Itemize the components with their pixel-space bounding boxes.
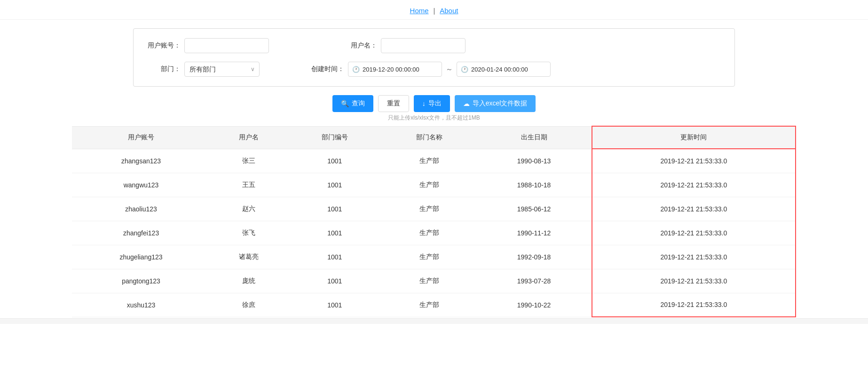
cell-dept_name: 生产部: [382, 269, 476, 293]
cell-account: zhugeliang123: [72, 245, 210, 269]
query-button[interactable]: 🔍 查询: [332, 95, 373, 112]
cell-birth_date: 1990-11-12: [477, 221, 592, 245]
cell-account: zhangfei123: [72, 221, 210, 245]
cell-birth_date: 1992-09-18: [477, 245, 592, 269]
username-input[interactable]: [381, 38, 466, 53]
date-start-wrap: 🕐: [348, 62, 442, 77]
cell-birth_date: 1993-07-28: [477, 269, 592, 293]
cell-username: 张三: [210, 149, 287, 173]
search-row-account: 用户账号： 用户名：: [148, 38, 720, 53]
account-input[interactable]: [184, 38, 269, 53]
cell-username: 王五: [210, 173, 287, 197]
nav-separator: |: [433, 7, 435, 15]
cell-account: zhangsan123: [72, 149, 210, 173]
cell-account: xushu123: [72, 293, 210, 317]
cell-dept_code: 1001: [287, 173, 382, 197]
import-button[interactable]: ☁ 导入excel文件数据: [455, 95, 536, 112]
cell-birth_date: 1988-10-18: [477, 173, 592, 197]
username-label: 用户名：: [344, 41, 377, 50]
nav-bar: Home | About: [0, 0, 868, 20]
table-row: zhangsan123张三1001生产部1990-08-132019-12-21…: [72, 149, 796, 173]
import-label: 导入excel文件数据: [473, 99, 528, 108]
col-header-update-time: 更新时间: [592, 126, 796, 149]
cell-dept_name: 生产部: [382, 221, 476, 245]
search-panel: 用户账号： 用户名： 部门： 所有部门 生产部 销售部 财务部 人事部 创建时间…: [133, 28, 735, 87]
date-end-input[interactable]: [471, 66, 537, 73]
table-body: zhangsan123张三1001生产部1990-08-132019-12-21…: [72, 149, 796, 317]
cell-update_time: 2019-12-21 21:53:33.0: [592, 173, 796, 197]
reset-label: 重置: [387, 99, 400, 108]
cell-username: 徐庶: [210, 293, 287, 317]
date-range: 🕐 ～ 🕐: [348, 62, 551, 77]
cell-birth_date: 1985-06-12: [477, 197, 592, 221]
about-link[interactable]: About: [440, 7, 458, 15]
cell-dept_code: 1001: [287, 245, 382, 269]
cell-update_time: 2019-12-21 21:53:33.0: [592, 293, 796, 317]
department-select[interactable]: 所有部门 生产部 销售部 财务部 人事部: [184, 62, 260, 77]
col-header-birth-date: 出生日期: [477, 126, 592, 149]
cell-account: wangwu123: [72, 173, 210, 197]
date-start-input[interactable]: [363, 66, 428, 73]
date-end-wrap: 🕐: [457, 62, 551, 77]
cell-dept_code: 1001: [287, 197, 382, 221]
table-row: zhangfei123张飞1001生产部1990-11-122019-12-21…: [72, 221, 796, 245]
date-tilde: ～: [445, 65, 454, 74]
toolbar: 🔍 查询 重置 ↓ 导出 ☁ 导入excel文件数据: [0, 95, 868, 112]
create-time-label: 创建时间：: [307, 65, 344, 73]
query-label: 查询: [352, 99, 365, 108]
department-select-wrap: 所有部门 生产部 销售部 财务部 人事部: [184, 62, 260, 77]
department-label: 部门：: [148, 65, 181, 73]
cell-dept_name: 生产部: [382, 173, 476, 197]
export-label: 导出: [428, 99, 442, 108]
search-row-dept: 部门： 所有部门 生产部 销售部 财务部 人事部 创建时间： 🕐 ～ 🕐: [148, 62, 720, 77]
reset-button[interactable]: 重置: [378, 95, 409, 112]
cell-dept_name: 生产部: [382, 197, 476, 221]
cell-birth_date: 1990-08-13: [477, 149, 592, 173]
table-row: zhugeliang123诸葛亮1001生产部1992-09-182019-12…: [72, 245, 796, 269]
upload-hint: 只能上传xls/xlsx文件，且不超过1MB: [0, 114, 868, 122]
cell-update_time: 2019-12-21 21:53:33.0: [592, 245, 796, 269]
cell-update_time: 2019-12-21 21:53:33.0: [592, 269, 796, 293]
cell-dept_name: 生产部: [382, 293, 476, 317]
clock-icon-start: 🕐: [352, 66, 360, 73]
table-row: xushu123徐庶1001生产部1990-10-222019-12-21 21…: [72, 293, 796, 317]
data-table: 用户账号 用户名 部门编号 部门名称 出生日期 更新时间 zhangsan123…: [72, 126, 796, 317]
col-header-dept-name: 部门名称: [382, 126, 476, 149]
cell-dept_code: 1001: [287, 221, 382, 245]
bottom-scrollbar[interactable]: [0, 318, 868, 324]
col-header-account: 用户账号: [72, 126, 210, 149]
home-link[interactable]: Home: [410, 7, 429, 15]
table-row: pangtong123庞统1001生产部1993-07-282019-12-21…: [72, 269, 796, 293]
cloud-icon: ☁: [463, 100, 470, 107]
cell-dept_name: 生产部: [382, 245, 476, 269]
account-label: 用户账号：: [148, 41, 181, 50]
cell-account: zhaoliu123: [72, 197, 210, 221]
cell-username: 庞统: [210, 269, 287, 293]
table-row: wangwu123王五1001生产部1988-10-182019-12-21 2…: [72, 173, 796, 197]
table-wrap: 用户账号 用户名 部门编号 部门名称 出生日期 更新时间 zhangsan123…: [72, 126, 796, 317]
table-header-row: 用户账号 用户名 部门编号 部门名称 出生日期 更新时间: [72, 126, 796, 149]
search-icon: 🔍: [341, 100, 349, 107]
cell-update_time: 2019-12-21 21:53:33.0: [592, 149, 796, 173]
cell-dept_code: 1001: [287, 149, 382, 173]
cell-update_time: 2019-12-21 21:53:33.0: [592, 197, 796, 221]
download-icon: ↓: [422, 100, 426, 107]
col-header-dept-code: 部门编号: [287, 126, 382, 149]
cell-username: 诸葛亮: [210, 245, 287, 269]
cell-account: pangtong123: [72, 269, 210, 293]
export-button[interactable]: ↓ 导出: [414, 95, 450, 112]
clock-icon-end: 🕐: [461, 66, 468, 73]
cell-birth_date: 1990-10-22: [477, 293, 592, 317]
cell-dept_code: 1001: [287, 269, 382, 293]
table-row: zhaoliu123赵六1001生产部1985-06-122019-12-21 …: [72, 197, 796, 221]
cell-username: 赵六: [210, 197, 287, 221]
cell-username: 张飞: [210, 221, 287, 245]
col-header-username: 用户名: [210, 126, 287, 149]
cell-dept_name: 生产部: [382, 149, 476, 173]
cell-dept_code: 1001: [287, 293, 382, 317]
cell-update_time: 2019-12-21 21:53:33.0: [592, 221, 796, 245]
